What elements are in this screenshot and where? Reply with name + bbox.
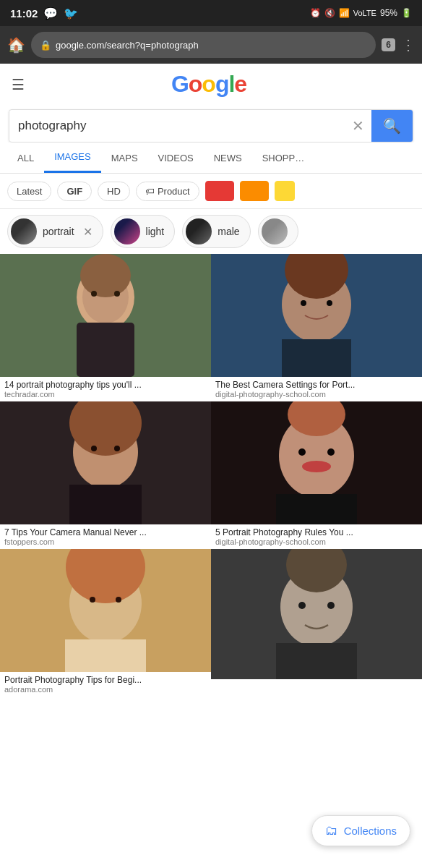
image-item-5[interactable]: Portrait Photography Tips for Begi... ad… bbox=[0, 549, 211, 695]
svg-point-18 bbox=[116, 597, 121, 603]
wifi-icon: 📶 bbox=[339, 8, 350, 18]
battery-icon: 🔋 bbox=[401, 8, 412, 18]
suggestion-male-thumb bbox=[186, 218, 212, 244]
svg-point-4 bbox=[80, 254, 131, 297]
tag-icon: 🏷 bbox=[145, 186, 155, 197]
image-item-3[interactable]: 7 Tips Your Camera Manual Never ... fsto… bbox=[0, 401, 211, 548]
battery-text: 95% bbox=[380, 8, 397, 18]
url-box[interactable]: 🔒 google.com/search?q=photograph bbox=[31, 32, 376, 58]
suggestion-male-label: male bbox=[218, 226, 239, 237]
image-photo-1 bbox=[0, 254, 211, 377]
browser-bar: 🏠 🔒 google.com/search?q=photograph 6 ⋮ bbox=[0, 26, 422, 64]
image-grid: 14 portrait photography tips you'll ... … bbox=[0, 254, 422, 697]
image-source-1: techradar.com bbox=[4, 390, 207, 399]
svg-point-17 bbox=[90, 597, 95, 603]
image-col-right: The Best Camera Settings for Port... dig… bbox=[211, 254, 422, 697]
search-box: ✕ 🔍 bbox=[9, 109, 413, 142]
hamburger-menu[interactable]: ☰ bbox=[12, 76, 25, 93]
photo-svg-2 bbox=[211, 254, 422, 377]
suggestion-extra[interactable] bbox=[258, 215, 298, 248]
svg-rect-10 bbox=[69, 485, 142, 524]
whatsapp-icon: 💬 bbox=[43, 7, 58, 20]
image-caption-5: Portrait Photography Tips for Begi... ad… bbox=[0, 672, 211, 695]
time: 11:02 bbox=[10, 7, 38, 20]
filter-color-yellow[interactable] bbox=[275, 181, 295, 201]
image-photo-3 bbox=[0, 401, 211, 524]
suggestion-portrait[interactable]: portrait ✕ bbox=[7, 215, 103, 248]
browser-menu-button[interactable]: ⋮ bbox=[401, 36, 415, 54]
tab-count[interactable]: 6 bbox=[382, 38, 395, 51]
svg-point-36 bbox=[298, 602, 306, 609]
url-text: google.com/search?q=photograph bbox=[56, 40, 367, 51]
photo-svg-4 bbox=[211, 401, 422, 524]
filter-color-orange[interactable] bbox=[240, 181, 269, 201]
svg-point-29 bbox=[298, 448, 306, 456]
svg-rect-28 bbox=[276, 494, 357, 524]
filter-color-red[interactable] bbox=[205, 181, 234, 201]
suggestion-light[interactable]: light bbox=[111, 215, 176, 248]
image-item-1[interactable]: 14 portrait photography tips you'll ... … bbox=[0, 254, 211, 400]
photo-svg-5 bbox=[0, 549, 211, 672]
suggestions-row: portrait ✕ light male bbox=[0, 209, 422, 254]
search-clear-button[interactable]: ✕ bbox=[345, 117, 371, 135]
image-caption-1: 14 portrait photography tips you'll ... … bbox=[0, 377, 211, 400]
home-button[interactable]: 🏠 bbox=[7, 36, 25, 54]
image-col-left: 14 portrait photography tips you'll ... … bbox=[0, 254, 211, 697]
svg-point-5 bbox=[91, 291, 97, 297]
tab-shopping[interactable]: SHOPP… bbox=[252, 144, 315, 172]
suggestion-portrait-label: portrait bbox=[43, 226, 74, 237]
suggestion-portrait-thumb bbox=[11, 218, 37, 244]
image-source-4: digital-photography-school.com bbox=[215, 537, 418, 546]
image-photo-2 bbox=[211, 254, 422, 377]
lock-icon: 🔒 bbox=[40, 40, 51, 51]
tab-all[interactable]: ALL bbox=[7, 144, 44, 172]
google-logo: Google bbox=[171, 71, 246, 98]
search-tabs: ALL IMAGES MAPS VIDEOS NEWS SHOPP… bbox=[0, 142, 422, 174]
filter-hd[interactable]: HD bbox=[98, 182, 130, 201]
suggestion-portrait-close[interactable]: ✕ bbox=[83, 225, 92, 239]
filter-product[interactable]: 🏷 Product bbox=[136, 182, 199, 201]
status-left: 11:02 💬 🐦 bbox=[10, 7, 78, 20]
alarm-icon: ⏰ bbox=[310, 8, 321, 18]
suggestion-light-label: light bbox=[146, 226, 165, 237]
search-box-wrapper: ✕ 🔍 bbox=[0, 105, 422, 142]
svg-point-12 bbox=[114, 446, 120, 451]
search-icon: 🔍 bbox=[383, 117, 401, 135]
svg-rect-16 bbox=[65, 639, 146, 672]
photo-svg-6 bbox=[211, 549, 422, 679]
svg-point-30 bbox=[327, 448, 335, 456]
suggestion-light-thumb bbox=[114, 218, 140, 244]
filter-product-label: Product bbox=[158, 186, 190, 197]
svg-point-24 bbox=[327, 300, 332, 306]
image-title-5: Portrait Photography Tips for Begi... bbox=[4, 675, 207, 685]
image-item-4[interactable]: 5 Portrait Photography Rules You ... dig… bbox=[211, 401, 422, 548]
image-photo-4 bbox=[211, 401, 422, 524]
tab-maps[interactable]: MAPS bbox=[101, 144, 148, 172]
image-title-4: 5 Portrait Photography Rules You ... bbox=[215, 527, 418, 537]
google-header: ☰ Google bbox=[0, 64, 422, 105]
image-caption-4: 5 Portrait Photography Rules You ... dig… bbox=[211, 524, 422, 548]
photo-svg-3 bbox=[0, 401, 211, 524]
image-source-3: fstoppers.com bbox=[4, 537, 207, 546]
image-item-2[interactable]: The Best Camera Settings for Port... dig… bbox=[211, 254, 422, 400]
image-source-2: digital-photography-school.com bbox=[215, 390, 418, 399]
svg-rect-3 bbox=[77, 323, 134, 377]
image-photo-5 bbox=[0, 549, 211, 672]
status-right: ⏰ 🔇 📶 VoLTE 95% 🔋 bbox=[310, 8, 412, 18]
tab-images[interactable]: IMAGES bbox=[44, 142, 101, 173]
tab-news[interactable]: NEWS bbox=[204, 144, 252, 172]
filter-bar: Latest GIF HD 🏷 Product bbox=[0, 174, 422, 209]
svg-point-37 bbox=[327, 602, 335, 609]
suggestion-male[interactable]: male bbox=[182, 215, 250, 248]
svg-point-11 bbox=[91, 446, 97, 451]
image-caption-3: 7 Tips Your Camera Manual Never ... fsto… bbox=[0, 524, 211, 548]
image-item-6[interactable] bbox=[211, 549, 422, 679]
search-button[interactable]: 🔍 bbox=[371, 110, 413, 142]
tab-videos[interactable]: VIDEOS bbox=[148, 144, 204, 172]
image-photo-6 bbox=[211, 549, 422, 679]
filter-gif[interactable]: GIF bbox=[57, 182, 92, 201]
image-title-2: The Best Camera Settings for Port... bbox=[215, 380, 418, 390]
search-input[interactable] bbox=[9, 111, 345, 140]
svg-rect-35 bbox=[276, 643, 357, 679]
filter-latest[interactable]: Latest bbox=[7, 182, 51, 201]
